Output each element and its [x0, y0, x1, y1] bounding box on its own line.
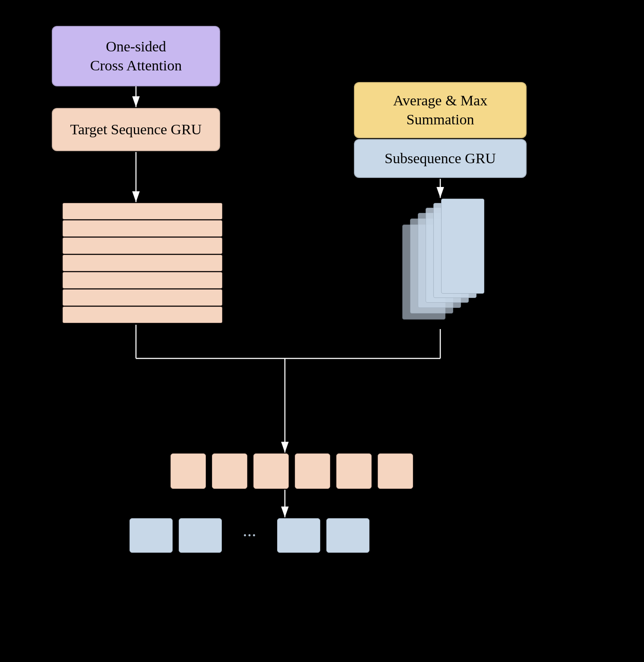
matrix-row	[63, 220, 222, 237]
avg-max-box: Average & MaxSummation	[354, 82, 527, 138]
token-cell	[212, 453, 247, 489]
subseq-row: ···	[129, 518, 369, 553]
subseq-cell	[179, 518, 222, 553]
token-cell	[170, 453, 206, 489]
token-cell	[253, 453, 289, 489]
token-cell	[378, 453, 413, 489]
diagram-container: One-sidedCross Attention Average & MaxSu…	[0, 0, 644, 662]
token-cell	[336, 453, 372, 489]
cross-attention-box: One-sidedCross Attention	[52, 26, 220, 86]
pages-right	[402, 199, 489, 328]
page-item	[441, 199, 484, 294]
matrix-row	[63, 289, 222, 306]
cross-attention-label: One-sidedCross Attention	[90, 37, 182, 75]
subseq-cell	[277, 518, 320, 553]
token-row	[170, 453, 413, 489]
subseq-cell	[129, 518, 173, 553]
avg-max-label: Average & MaxSummation	[393, 91, 487, 129]
subseq-gru-label: Subsequence GRU	[385, 149, 496, 168]
subseq-dots: ···	[228, 518, 271, 553]
matrix-row	[63, 255, 222, 271]
matrix-row	[63, 307, 222, 323]
subseq-cell	[326, 518, 369, 553]
matrix-row	[63, 238, 222, 254]
target-gru-box: Target Sequence GRU	[52, 108, 220, 151]
matrix-left	[63, 203, 222, 324]
matrix-row	[63, 203, 222, 219]
token-cell	[295, 453, 330, 489]
subseq-gru-box: Subsequence GRU	[354, 139, 527, 178]
target-gru-label: Target Sequence GRU	[70, 120, 202, 139]
matrix-row	[63, 272, 222, 288]
arrows-svg	[0, 0, 644, 662]
